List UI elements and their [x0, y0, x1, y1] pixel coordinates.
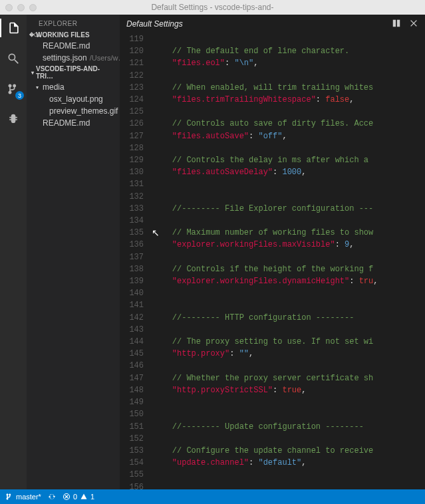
status-problems[interactable]: 0 1 — [63, 493, 94, 501]
status-bar: master* 0 1 — [0, 489, 425, 504]
editor: Default Settings 11912012112212312412512… — [120, 15, 425, 489]
window-controls — [5, 4, 37, 11]
search-icon — [7, 52, 20, 65]
activity-bar: 3 — [0, 15, 27, 489]
project-section[interactable]: ▾ VSCODE-TIPS-AND-TRI… — [27, 64, 120, 81]
close-editor-button[interactable] — [409, 19, 418, 30]
activity-git[interactable]: 3 — [0, 80, 27, 98]
folder-name: media — [43, 82, 65, 92]
editor-tab-bar: Default Settings — [120, 15, 425, 33]
error-icon — [63, 493, 71, 501]
close-icon — [409, 19, 418, 28]
status-sync[interactable] — [48, 493, 56, 501]
window-titlebar: Default Settings - vscode-tips-and- — [0, 0, 425, 15]
file-item[interactable]: osx_layout.png — [27, 93, 120, 105]
chevron-down-icon: �ം — [29, 32, 36, 39]
working-files-label: WORKING FILES — [36, 31, 90, 39]
activity-debug[interactable] — [0, 110, 27, 129]
split-editor-button[interactable] — [392, 19, 401, 30]
activity-explorer[interactable] — [0, 19, 27, 37]
window-zoom-button[interactable] — [29, 4, 37, 11]
files-icon — [7, 21, 21, 35]
working-files-section[interactable]: �ം WORKING FILES — [27, 30, 120, 40]
file-name: README.md — [43, 41, 90, 51]
branch-name: master* — [16, 493, 41, 501]
editor-tab-title[interactable]: Default Settings — [126, 19, 183, 29]
file-name: settings.json — [43, 53, 87, 63]
folder-item[interactable]: ▾media — [27, 81, 120, 93]
bug-icon — [7, 113, 20, 126]
warning-count: 1 — [90, 493, 94, 501]
chevron-down-icon: ▾ — [29, 70, 36, 76]
working-file-item[interactable]: settings.json/Users/w… — [27, 52, 120, 64]
explorer-title: EXPLORER — [27, 15, 120, 30]
code-content[interactable]: // The default end of line character. "f… — [153, 33, 425, 489]
window-minimize-button[interactable] — [17, 4, 25, 11]
error-count: 0 — [73, 493, 77, 501]
file-path: /Users/w… — [90, 54, 120, 62]
explorer-sidebar: EXPLORER �ം WORKING FILES README.mdsetti… — [27, 15, 120, 489]
window-close-button[interactable] — [5, 4, 13, 11]
working-file-item[interactable]: README.md — [27, 40, 120, 52]
git-branch-icon — [5, 493, 13, 501]
git-badge: 3 — [15, 91, 24, 100]
project-label: VSCODE-TIPS-AND-TRI… — [36, 65, 117, 80]
window-title: Default Settings - vscode-tips-and- — [0, 3, 425, 12]
code-area[interactable]: 1191201211221231241251261271281291301311… — [120, 33, 425, 489]
file-item[interactable]: README.md — [27, 117, 120, 129]
split-icon — [392, 19, 401, 28]
chevron-down-icon: ▾ — [36, 84, 43, 90]
status-branch[interactable]: master* — [5, 493, 41, 501]
activity-search[interactable] — [0, 49, 27, 68]
file-item[interactable]: preview_themes.gif — [27, 105, 120, 117]
sync-icon — [48, 493, 56, 501]
line-number-gutter: 1191201211221231241251261271281291301311… — [120, 33, 153, 489]
warning-icon — [80, 493, 88, 501]
